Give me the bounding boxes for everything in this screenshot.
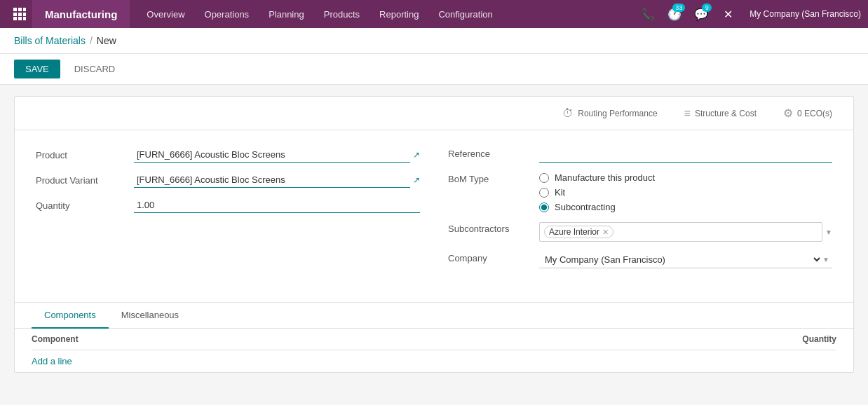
- subcontractors-label: Subcontractors: [448, 222, 539, 234]
- close-icon[interactable]: ✕: [717, 4, 738, 25]
- save-button[interactable]: SAVE: [14, 60, 60, 78]
- subcontractor-tag-label: Azure Interior: [549, 227, 599, 237]
- subcontractors-value: Azure Interior ✕ ▼: [539, 222, 832, 242]
- nav-products[interactable]: Products: [314, 0, 369, 28]
- product-field-row: Product [FURN_6666] Acoustic Bloc Screen…: [36, 147, 420, 163]
- quantity-input[interactable]: [134, 198, 420, 213]
- svg-rect-2: [23, 8, 26, 11]
- table-header-row: Component Quantity: [32, 329, 836, 350]
- structure-icon: ≡: [684, 107, 691, 120]
- radio-manufacture[interactable]: Manufacture this product: [539, 172, 832, 183]
- product-select[interactable]: [FURN_6666] Acoustic Bloc Screens: [134, 147, 410, 163]
- activity-icon[interactable]: 🕐 33: [664, 4, 685, 25]
- svg-rect-7: [18, 17, 22, 20]
- company-label: Company: [448, 252, 539, 263]
- radio-kit-label: Kit: [555, 187, 565, 198]
- company-value: My Company (San Francisco) ▼: [539, 252, 832, 268]
- breadcrumb: Bills of Materials / New: [0, 28, 868, 54]
- breadcrumb-parent[interactable]: Bills of Materials: [14, 35, 86, 46]
- product-external-link-icon[interactable]: ↗: [413, 150, 420, 160]
- radio-manufacture-label: Manufacture this product: [555, 172, 655, 183]
- form-card: ⏱ Routing Performance ≡ Structure & Cost…: [14, 96, 854, 373]
- tab-structure-cost[interactable]: ≡ Structure & Cost: [674, 102, 766, 124]
- variant-select[interactable]: [FURN_6666] Acoustic Bloc Screens: [134, 172, 410, 188]
- svg-rect-4: [18, 13, 22, 16]
- nav-planning[interactable]: Planning: [259, 0, 314, 28]
- variant-external-link-icon[interactable]: ↗: [413, 175, 420, 185]
- reference-label: Reference: [448, 147, 539, 159]
- message-badge: 9: [702, 4, 712, 12]
- add-line-button[interactable]: Add a line: [32, 350, 72, 372]
- form-left: Product [FURN_6666] Acoustic Bloc Screen…: [36, 147, 420, 278]
- nav-reporting[interactable]: Reporting: [369, 0, 428, 28]
- action-bar: SAVE DISCARD: [0, 54, 868, 85]
- radio-manufacture-input[interactable]: [539, 173, 549, 183]
- subcontractor-tag: Azure Interior ✕: [544, 226, 613, 238]
- company-select[interactable]: My Company (San Francisco): [542, 254, 822, 266]
- card-tabs: ⏱ Routing Performance ≡ Structure & Cost…: [15, 97, 853, 130]
- company-field-row: Company My Company (San Francisco) ▼: [448, 252, 832, 268]
- bom-type-value: Manufacture this product Kit Subcontract…: [539, 172, 832, 212]
- message-icon[interactable]: 💬 9: [691, 4, 712, 25]
- nav-overview[interactable]: Overview: [137, 0, 194, 28]
- activity-badge: 33: [672, 4, 685, 12]
- eco-tab-label: 0 ECO(s): [797, 109, 832, 118]
- subcontractor-tag-remove[interactable]: ✕: [602, 228, 609, 237]
- radio-subcontracting-label: Subcontracting: [555, 202, 616, 212]
- bom-type-field-row: BoM Type Manufacture this product Kit: [448, 172, 832, 212]
- radio-kit-input[interactable]: [539, 188, 549, 198]
- nav-operations[interactable]: Operations: [195, 0, 259, 28]
- routing-icon: ⏱: [562, 107, 574, 120]
- structure-tab-label: Structure & Cost: [695, 109, 757, 118]
- reference-field-row: Reference: [448, 147, 832, 163]
- product-label: Product: [36, 150, 134, 160]
- top-navigation: Manufacturing Overview Operations Planni…: [0, 0, 868, 28]
- th-component: Component: [32, 334, 766, 344]
- company-select-row: My Company (San Francisco) ▼: [539, 252, 832, 268]
- routing-tab-label: Routing Performance: [578, 109, 657, 118]
- variant-label: Product Variant: [36, 175, 134, 186]
- form-body: Product [FURN_6666] Acoustic Bloc Screen…: [15, 130, 853, 295]
- subcontractors-search-input[interactable]: [616, 227, 818, 238]
- tab-components-content: Component Quantity Add a line: [15, 329, 853, 372]
- radio-subcontracting[interactable]: Subcontracting: [539, 202, 832, 212]
- product-value: [FURN_6666] Acoustic Bloc Screens ↗: [134, 147, 420, 163]
- radio-subcontracting-input[interactable]: [539, 202, 549, 212]
- variant-value: [FURN_6666] Acoustic Bloc Screens ↗: [134, 172, 420, 188]
- grid-icon[interactable]: [7, 1, 32, 27]
- bom-type-label: BoM Type: [448, 172, 539, 184]
- main-content: ⏱ Routing Performance ≡ Structure & Cost…: [0, 85, 868, 384]
- svg-rect-8: [23, 17, 26, 20]
- svg-rect-1: [18, 8, 22, 11]
- app-name[interactable]: Manufacturing: [32, 0, 130, 28]
- variant-field-row: Product Variant [FURN_6666] Acoustic Blo…: [36, 172, 420, 188]
- quantity-label: Quantity: [36, 200, 134, 211]
- tab-components[interactable]: Components: [32, 303, 109, 329]
- svg-rect-3: [13, 13, 17, 16]
- discard-button[interactable]: DISCARD: [66, 60, 124, 78]
- svg-rect-6: [13, 17, 17, 20]
- tab-miscellaneous[interactable]: Miscellaneous: [109, 303, 191, 329]
- reference-input[interactable]: [539, 147, 832, 163]
- phone-icon[interactable]: 📞: [637, 4, 658, 25]
- svg-rect-5: [23, 13, 26, 16]
- nav-links: Overview Operations Planning Products Re…: [137, 0, 637, 28]
- bom-type-radio-group: Manufacture this product Kit Subcontract…: [539, 172, 832, 212]
- quantity-value: [134, 198, 420, 213]
- tab-eco[interactable]: ⚙ 0 ECO(s): [773, 102, 842, 124]
- reference-value: [539, 147, 832, 163]
- eco-icon: ⚙: [783, 107, 793, 120]
- company-name[interactable]: My Company (San Francisco): [750, 9, 861, 19]
- nav-configuration[interactable]: Configuration: [428, 0, 502, 28]
- tab-routing-performance[interactable]: ⏱ Routing Performance: [552, 102, 667, 124]
- breadcrumb-separator: /: [90, 35, 93, 46]
- subcontractors-input-area[interactable]: Azure Interior ✕: [539, 222, 822, 242]
- bottom-tabs: Components Miscellaneous Component Quant…: [15, 302, 853, 372]
- svg-rect-0: [13, 8, 17, 11]
- company-dropdown-icon[interactable]: ▼: [822, 256, 829, 263]
- subcontractors-dropdown-icon[interactable]: ▼: [825, 228, 832, 236]
- quantity-field-row: Quantity: [36, 198, 420, 213]
- bottom-tab-nav: Components Miscellaneous: [15, 303, 853, 329]
- radio-kit[interactable]: Kit: [539, 187, 832, 198]
- th-quantity: Quantity: [766, 334, 836, 344]
